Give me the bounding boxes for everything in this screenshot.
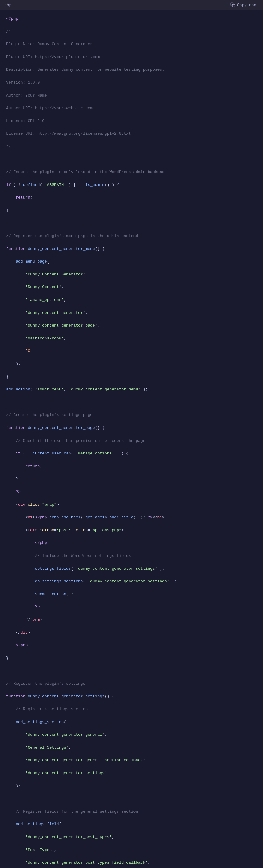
- code-line: 'Dummy Content',: [6, 284, 257, 290]
- code-line: // Register the plugin's menu page in th…: [6, 233, 257, 240]
- code-line: 'dummy_content_generator_general_section…: [6, 757, 257, 764]
- code-line: ?>: [6, 489, 257, 495]
- code-line: [6, 668, 257, 674]
- code-line: [6, 156, 257, 163]
- code-line: function dummy_content_generator_setting…: [6, 693, 257, 700]
- code-line: Author URI: https://your-website.com: [6, 105, 257, 112]
- code-line: // Create the plugin's settings page: [6, 412, 257, 418]
- code-line: 'dummy_content_generator_general',: [6, 732, 257, 738]
- code-line: Plugin URI: https://your-plugin-uri.com: [6, 54, 257, 61]
- code-window: php Copy code <?php /* Plugin Name: Dumm…: [0, 0, 263, 868]
- code-line: 'dummy_content_generator_settings': [6, 770, 257, 777]
- code-line: /*: [6, 29, 257, 35]
- code-line: }: [6, 374, 257, 380]
- code-line: </div>: [6, 630, 257, 636]
- code-line: return;: [6, 195, 257, 201]
- code-line: submit_button();: [6, 591, 257, 598]
- code-line: Author: Your Name: [6, 93, 257, 99]
- code-line: Plugin Name: Dummy Content Generator: [6, 41, 257, 48]
- code-line: [6, 220, 257, 227]
- code-line: License: GPL-2.0+: [6, 118, 257, 125]
- svg-rect-0: [232, 4, 235, 7]
- copy-icon: [230, 2, 235, 7]
- code-line: */: [6, 144, 257, 150]
- code-line: // Ensure the plugin is only loaded in t…: [6, 169, 257, 176]
- code-line: return;: [6, 463, 257, 470]
- code-line: <?php: [6, 16, 257, 22]
- copy-button[interactable]: Copy code: [230, 2, 259, 7]
- code-line: 'General Settings',: [6, 745, 257, 751]
- code-line: // Register a settings section: [6, 706, 257, 713]
- code-line: [6, 796, 257, 802]
- code-header: php Copy code: [0, 0, 263, 10]
- code-line: [6, 399, 257, 406]
- code-line: );: [6, 361, 257, 367]
- code-line: }: [6, 476, 257, 483]
- code-line: // Check if the user has permission to a…: [6, 438, 257, 444]
- code-line: function dummy_content_generator_page() …: [6, 425, 257, 431]
- copy-label: Copy code: [237, 3, 259, 7]
- code-body: <?php /* Plugin Name: Dummy Content Gene…: [0, 10, 263, 868]
- code-line: 'Dummy Content Generator',: [6, 272, 257, 278]
- code-line: ?>: [6, 604, 257, 610]
- code-line: // Register the plugin's settings: [6, 681, 257, 687]
- code-line: Description: Generates dummy content for…: [6, 67, 257, 73]
- code-line: );: [6, 783, 257, 789]
- code-line: <div class="wrap">: [6, 502, 257, 508]
- code-line: 'dummy_content_generator_page',: [6, 322, 257, 329]
- code-line: }: [6, 208, 257, 214]
- code-line: settings_fields( 'dummy_content_generato…: [6, 566, 257, 572]
- code-line: <?php: [6, 540, 257, 547]
- code-line: </form>: [6, 617, 257, 623]
- code-line: <h1><?php echo esc_html( get_admin_page_…: [6, 515, 257, 521]
- code-line: add_settings_section(: [6, 719, 257, 726]
- code-line: if ( ! defined( 'ABSPATH' ) || ! is_admi…: [6, 182, 257, 188]
- code-line: 20: [6, 348, 257, 354]
- code-line: 'manage_options',: [6, 297, 257, 304]
- code-line: 'dummy_content_generator_post_types',: [6, 834, 257, 841]
- code-line: add_action( 'admin_menu', 'dummy_content…: [6, 386, 257, 393]
- code-line: do_settings_sections( 'dummy_content_gen…: [6, 578, 257, 585]
- language-label: php: [4, 3, 11, 7]
- code-line: 'dashicons-book',: [6, 336, 257, 342]
- code-line: }: [6, 655, 257, 662]
- code-line: <form method="post" action="options.php"…: [6, 527, 257, 534]
- code-line: 'dummy-content-generator',: [6, 310, 257, 316]
- code-line: add_menu_page(: [6, 258, 257, 265]
- code-line: Version: 1.0.0: [6, 80, 257, 86]
- code-line: // Register fields for the general setti…: [6, 809, 257, 815]
- code-line: License URI: http://www.gnu.org/licenses…: [6, 131, 257, 137]
- code-line: function dummy_content_generator_menu() …: [6, 246, 257, 252]
- code-line: 'Post Types',: [6, 847, 257, 854]
- code-line: add_settings_field(: [6, 821, 257, 828]
- code-line: <?php: [6, 642, 257, 649]
- code-line: if ( ! current_user_can( 'manage_options…: [6, 451, 257, 457]
- code-line: 'dummy_content_generator_post_types_fiel…: [6, 860, 257, 866]
- code-line: // Include the WordPress settings fields: [6, 553, 257, 559]
